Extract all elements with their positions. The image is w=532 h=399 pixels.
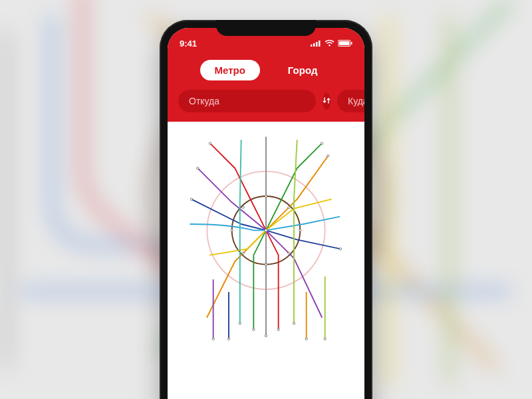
status-time: 9:41 [180, 39, 197, 49]
mode-tabs: Метро Город [168, 60, 364, 80]
status-bar: 9:41 [168, 36, 364, 51]
svg-point-17 [288, 206, 290, 208]
status-icons [311, 39, 352, 49]
signal-icon [311, 39, 321, 49]
svg-rect-3 [316, 42, 318, 47]
svg-point-15 [299, 229, 301, 231]
svg-point-25 [339, 248, 341, 250]
svg-rect-8 [351, 42, 352, 45]
svg-point-19 [288, 252, 290, 254]
svg-point-21 [321, 142, 323, 144]
svg-point-14 [231, 229, 233, 231]
svg-point-28 [239, 323, 241, 325]
svg-point-31 [324, 338, 326, 340]
svg-point-24 [190, 198, 192, 200]
to-input[interactable] [337, 90, 364, 112]
svg-rect-2 [313, 43, 315, 47]
svg-rect-1 [311, 45, 313, 47]
svg-point-16 [242, 206, 244, 208]
svg-point-23 [197, 167, 199, 169]
svg-rect-4 [319, 41, 321, 47]
swap-button[interactable] [323, 92, 331, 110]
svg-point-29 [293, 323, 295, 325]
svg-point-18 [242, 252, 244, 254]
battery-icon [338, 39, 352, 49]
app-header: 9:41 Метро Город [168, 28, 364, 122]
tab-metro[interactable]: Метро [200, 60, 260, 80]
phone-frame: 9:41 Метро Город [160, 20, 372, 399]
swap-icon [323, 96, 331, 106]
from-input[interactable] [178, 90, 316, 112]
route-search-row [168, 90, 364, 112]
svg-point-13 [265, 263, 267, 265]
svg-point-5 [329, 45, 331, 47]
svg-point-34 [265, 334, 267, 336]
svg-point-27 [277, 329, 279, 331]
metro-map[interactable] [168, 122, 364, 399]
svg-rect-7 [339, 41, 350, 45]
svg-point-11 [265, 229, 267, 231]
app-screen: 9:41 Метро Город [168, 28, 364, 399]
wifi-icon [325, 39, 334, 49]
svg-point-12 [265, 195, 267, 197]
svg-point-33 [305, 338, 307, 340]
phone-notch [216, 20, 316, 36]
svg-point-30 [212, 338, 214, 340]
tab-city[interactable]: Город [273, 60, 332, 80]
svg-point-22 [327, 155, 329, 157]
svg-point-32 [227, 338, 229, 340]
svg-point-20 [209, 142, 211, 144]
svg-point-26 [253, 329, 255, 331]
